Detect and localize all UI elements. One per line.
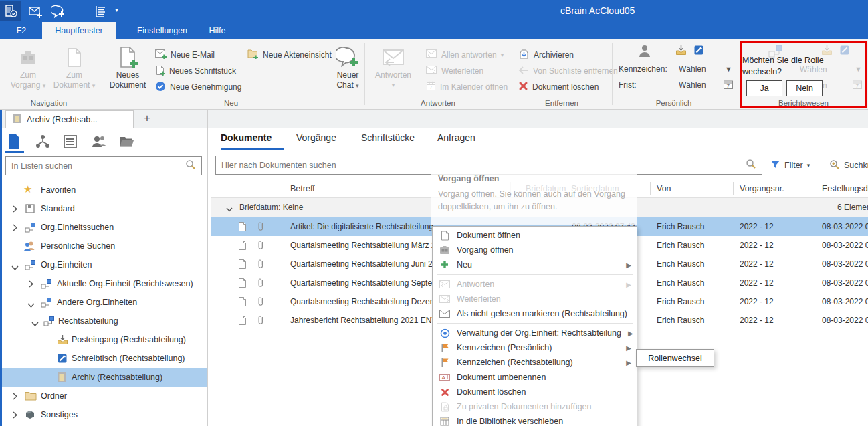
kennzeichen-dropdown-icon[interactable]: ▼ (725, 65, 732, 73)
tab-schriftstuecke[interactable]: Schriftstücke (361, 132, 415, 143)
contacts-view-icon[interactable] (91, 135, 107, 151)
menu-item-weiterleiten[interactable]: Weiterleiten (433, 292, 637, 306)
tree-item-rechtsabteilung[interactable]: Rechtsabteilung (2, 312, 207, 330)
archivieren-button[interactable]: Archivieren (518, 48, 574, 62)
menu-item-zu-privaten-dokumenten[interactable]: Zu privaten Dokumenten hinzufügen (433, 399, 637, 414)
document-icon (238, 259, 247, 272)
menu-item-kennzeichen-persoenlich[interactable]: Kennzeichen (Persönlich) ▶ (433, 340, 637, 355)
filter-button[interactable]: Filter▾ (770, 158, 810, 172)
weiterleiten-button[interactable]: Weiterleiten (426, 64, 483, 78)
quick-access-dropdown-icon[interactable]: ▾ (115, 6, 118, 13)
menu-item-dokument-umbenennen[interactable]: A Dokument umbenennen (433, 370, 637, 385)
add-tab-button[interactable]: + (144, 112, 150, 125)
tree-item-org-einheitssuchen[interactable]: Org.Einheitssuchen (2, 218, 207, 237)
tree-item-sonstiges[interactable]: Sonstiges (2, 405, 207, 424)
tab-dokumente[interactable]: Dokumente (221, 132, 272, 143)
neues-dokument-button[interactable]: Neues Dokument (106, 45, 150, 90)
folders-view-icon[interactable] (119, 135, 135, 151)
star-icon: ★ (23, 183, 32, 195)
list-search-input[interactable] (6, 161, 185, 171)
group-separator (612, 43, 613, 105)
panel-tab-archiv[interactable]: Archiv (Rechtsab... (5, 110, 134, 128)
reply-icon (381, 45, 406, 70)
cell-vorgangsnr: 2022 - 12 (740, 297, 806, 306)
new-document-icon (116, 45, 139, 70)
dokument-loeschen-button[interactable]: Dokument löschen (518, 80, 599, 94)
antworten-button[interactable]: Antworten ▾ (370, 45, 417, 90)
chevron-right-icon[interactable] (13, 411, 17, 421)
chevron-right-icon[interactable] (13, 205, 17, 215)
neuer-chat-button[interactable]: Neuer Chat ▾ (329, 45, 366, 91)
list-view-icon[interactable] (63, 134, 78, 152)
im-kalender-oeffnen-button[interactable]: 7 Im Kalender öffnen (426, 80, 508, 94)
menu-item-neu[interactable]: Neu ▶ (433, 257, 637, 272)
tree-item-posteingang[interactable]: Posteingang (Rechtsabteilung) (2, 330, 207, 349)
chevron-down-icon[interactable] (11, 263, 19, 272)
new-chat-icon[interactable] (51, 4, 66, 19)
chevron-down-icon[interactable] (226, 205, 233, 214)
menu-item-antworten[interactable]: Antworten ▶ (433, 277, 637, 292)
menu-item-kennzeichen-rechtsabteilung[interactable]: Kennzeichen (Rechtsabteilung) ▶ (433, 355, 637, 370)
menu-item-als-nicht-gelesen[interactable]: Als nicht gelesen markieren (Rechtsabtei… (433, 306, 637, 321)
menu-item-dokument-oeffnen[interactable]: Dokument öffnen (433, 228, 637, 243)
new-email-icon[interactable] (28, 4, 43, 19)
tree-item-andere-org-einheiten[interactable]: Andere Org.Einheiten (2, 293, 207, 312)
zum-dokument-button[interactable]: Zum Dokument ▾ (52, 45, 96, 91)
column-betreff[interactable]: Betreff (290, 184, 315, 193)
neue-email-button[interactable]: Neue E-Mail (155, 48, 215, 62)
people-icon (23, 241, 35, 253)
tree-item-archiv-selected[interactable]: Archiv (Rechtsabteilung) (2, 368, 207, 387)
tab-hauptfenster[interactable]: Hauptfenster (42, 22, 116, 39)
tree-item-org-einheiten[interactable]: Org.Einheiten (2, 255, 207, 274)
von-suchliste-entfernen-button[interactable]: Von Suchliste entfernen (518, 64, 618, 78)
menu-item-dokument-loeschen[interactable]: Dokument löschen (433, 385, 637, 399)
frist-calendar-icon[interactable]: 7 (723, 79, 734, 92)
tree-item-favoriten[interactable]: ★ Favoriten (2, 181, 207, 199)
group-separator (512, 43, 512, 105)
tree-item-aktuelle-org-einheit[interactable]: Aktuelle Org.Einheit (Berichtswesen) (2, 274, 207, 293)
neue-genehmigung-button[interactable]: Neue Genehmigung (155, 80, 241, 94)
column-erstellungsdatum[interactable]: Erstellungsdatum (822, 184, 868, 193)
new-chat-icon (336, 45, 360, 70)
document-list-icon[interactable] (94, 4, 108, 19)
kennzeichen-row[interactable]: Kennzeichen: Wählen (619, 62, 706, 76)
submenu-arrow-icon: ▶ (626, 261, 631, 269)
column-von[interactable]: Von (657, 184, 671, 193)
chevron-right-icon[interactable] (13, 393, 17, 402)
tree-item-standard[interactable]: Standard (2, 199, 207, 218)
app-title: cBrain AcCloud05 (560, 5, 635, 16)
tree-item-ordner[interactable]: Ordner (2, 387, 207, 405)
suchkriterien-button[interactable]: Suchkriterien (829, 158, 868, 172)
tab-f2[interactable]: F2 (5, 22, 37, 39)
zum-vorgang-button[interactable]: Zum Vorgang ▾ (8, 45, 48, 91)
flag-icon (439, 342, 450, 353)
tree-item-schreibtisch[interactable]: Schreibtisch (Rechtsabteilung) (2, 349, 207, 368)
chevron-down-icon[interactable] (27, 300, 35, 310)
menu-item-in-die-bibliothek[interactable]: In die Bibliothek verschieben (433, 414, 637, 426)
tab-einstellungen[interactable]: Einstellungen (130, 22, 194, 39)
menu-item-verwaltung-org-einheit[interactable]: Verwaltung der Org.Einheit: Rechtsabteil… (433, 326, 637, 340)
documents-view-icon[interactable] (7, 134, 21, 152)
svg-text:7: 7 (430, 85, 433, 90)
cell-erstellungsdatum: 08-03-2022 0 (822, 316, 868, 325)
tree-item-persoenliche-suchen[interactable]: Persönliche Suchen (2, 237, 207, 255)
org-structure-view-icon[interactable] (35, 134, 51, 152)
annotation-rectangle (740, 41, 867, 108)
tab-vorgaenge[interactable]: Vorgänge (296, 132, 336, 143)
chevron-down-icon[interactable] (31, 319, 39, 328)
neue-akteneinsicht-button[interactable]: Neue Akteneinsicht (247, 48, 332, 62)
chevron-right-icon[interactable] (13, 224, 17, 233)
chevron-right-icon[interactable] (29, 280, 33, 290)
neues-schriftstueck-button[interactable]: Neues Schriftstück (155, 64, 236, 78)
inbox-small-icon (675, 45, 687, 58)
column-vorgangsnr[interactable]: Vorgangsnr. (740, 184, 784, 193)
allen-antworten-button[interactable]: Allen antworten▾ (426, 48, 504, 62)
tab-anfragen[interactable]: Anfragen (437, 132, 475, 143)
frist-row[interactable]: Frist: Wählen (619, 78, 706, 92)
cell-erstellungsdatum: 08-03-2022 0 (822, 241, 868, 250)
menu-item-vorgang-oeffnen[interactable]: Vorgang öffnen (433, 243, 637, 257)
library-icon (439, 416, 450, 426)
submenu-rollenwechsel[interactable]: Rollenwechsel (636, 349, 714, 367)
tab-hilfe[interactable]: Hilfe (202, 22, 233, 39)
approve-document-icon-active[interactable] (0, 1, 21, 21)
